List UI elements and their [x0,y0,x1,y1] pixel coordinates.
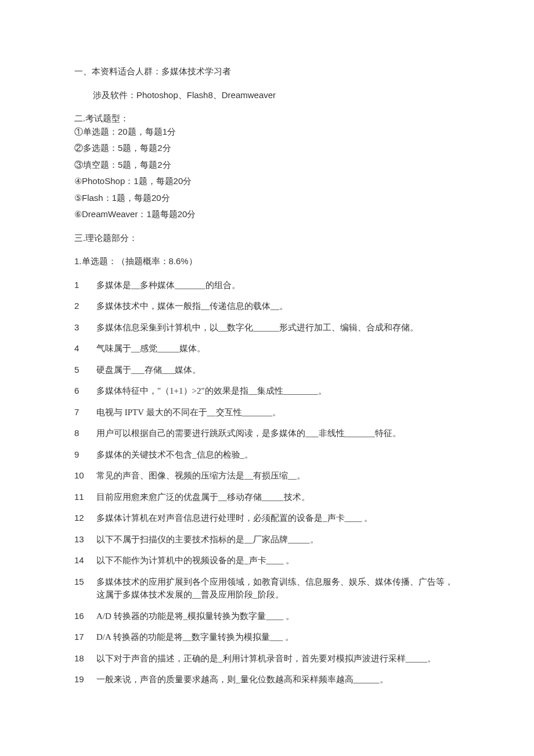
question-number: 1 [74,279,96,292]
question-row: 9多媒体的关键技术不包含_信息的检验_。 [74,448,460,462]
theory-subheading: 1.单选题：（抽题概率：8.6%） [74,255,460,268]
exam-type-section: 二.考试题型： ①单选题：20题，每题1分 ②多选题：5题，每题2分 ③填空题：… [74,112,460,221]
question-text: 一般来说，声音的质量要求越高，则_量化位数越高和采样频率越高______。 [96,673,460,686]
question-text: 多媒体的关键技术不包含_信息的检验_。 [96,448,460,462]
question-row: 18以下对于声音的描述，正确的是_利用计算机录音时，首先要对模拟声波进行采样__… [74,652,460,665]
question-number: 6 [74,384,96,398]
question-row: 19一般来说，声音的质量要求越高，则_量化位数越高和采样频率越高______。 [74,673,460,686]
intro-prefix: 一、本资料适合人群： [74,67,161,76]
question-row: 5硬盘属于___存储___媒体。 [74,363,460,377]
exam-item: ①单选题：20题，每题1分 [74,125,460,139]
question-number: 5 [74,363,96,377]
question-text: 以下不属于扫描仪的主要技术指标的是__厂家品牌_____。 [96,533,460,546]
question-number: 13 [74,533,96,546]
question-row: 3多媒体信息采集到计算机中，以__数字化______形式进行加工、编辑、合成和存… [74,321,460,334]
exam-item: ③填空题：5题，每题2分 [74,159,460,172]
exam-item: ⑥DreamWeaver：1题每题20分 [74,208,460,221]
question-number: 4 [74,342,96,355]
question-row: 17D/A 转换器的功能是将__数字量转换为模拟量___ 。 [74,631,460,644]
exam-item: ⑤Flash：1题，每题20分 [74,192,460,205]
question-row: 7电视与 IPTV 最大的不同在于__交互性_______。 [74,406,460,419]
intro-section: 一、本资料适合人群：多媒体技术学习者 涉及软件：Photoshop、Flash8… [74,65,460,102]
theory-subheading-section: 1.单选题：（抽题概率：8.6%） [74,255,460,268]
question-text: 多媒体技术的应用扩展到各个应用领域，如教育训练、信息服务、娱乐、媒体传播、广告等… [96,575,460,602]
question-text: 多媒体计算机在对声音信息进行处理时，必须配置的设备是_声卡____ 。 [96,512,460,525]
question-number: 2 [74,300,96,313]
question-number: 17 [74,631,96,644]
question-number: 10 [74,469,96,483]
document-page: 一、本资料适合人群：多媒体技术学习者 涉及软件：Photoshop、Flash8… [0,0,534,729]
question-row: 13以下不属于扫描仪的主要技术指标的是__厂家品牌_____。 [74,533,460,546]
question-row: 4气味属于__感觉_____媒体。 [74,342,460,355]
question-text: 电视与 IPTV 最大的不同在于__交互性_______。 [96,406,460,419]
question-row: 6多媒体特征中，"（1+1）>2"的效果是指__集成性________。 [74,384,460,398]
theory-heading: 三.理论题部分： [74,232,460,245]
question-text: 以下不能作为计算机中的视频设备的是_声卡____ 。 [96,554,460,567]
exam-heading: 二.考试题型： [74,112,460,125]
question-number: 12 [74,512,96,525]
exam-item: ②多选题：5题，每题2分 [74,142,460,155]
question-text: 常见的声音、图像、视频的压缩方法是__有损压缩__。 [96,469,460,483]
question-number: 19 [74,673,96,686]
question-text: A/D 转换器的功能是将_模拟量转换为数字量____ 。 [96,610,460,623]
question-text: 硬盘属于___存储___媒体。 [96,363,460,377]
intro-rest: 多媒体技术学习者 [161,67,231,76]
exam-item: ④PhotoShop：1题，每题20分 [74,175,460,188]
question-text: 目前应用愈来愈广泛的优盘属于__移动存储_____技术。 [96,491,460,504]
question-text: 用户可以根据自己的需要进行跳跃式阅读，是多媒体的___非线性_______特征。 [96,427,460,440]
question-row: 14以下不能作为计算机中的视频设备的是_声卡____ 。 [74,554,460,567]
question-row: 16A/D 转换器的功能是将_模拟量转换为数字量____ 。 [74,610,460,623]
question-row: 10常见的声音、图像、视频的压缩方法是__有损压缩__。 [74,469,460,483]
question-text: 多媒体特征中，"（1+1）>2"的效果是指__集成性________。 [96,384,460,398]
question-text: 气味属于__感觉_____媒体。 [96,342,460,355]
question-row: 15多媒体技术的应用扩展到各个应用领域，如教育训练、信息服务、娱乐、媒体传播、广… [74,575,460,602]
question-number: 7 [74,406,96,419]
question-row: 2多媒体技术中，媒体一般指__传递信息的载体__。 [74,300,460,313]
question-number: 9 [74,448,96,462]
question-list: 1多媒体是__多种媒体_______的组合。 2多媒体技术中，媒体一般指__传递… [74,279,460,686]
question-number: 3 [74,321,96,334]
question-text: 以下对于声音的描述，正确的是_利用计算机录音时，首先要对模拟声波进行采样____… [96,652,460,665]
intro-software-list: Photoshop、Flash8、Dreamweaver [136,90,276,100]
intro-software-prefix: 涉及软件： [93,91,136,100]
question-number: 8 [74,427,96,440]
theory-heading-section: 三.理论题部分： [74,232,460,245]
intro-line-1: 一、本资料适合人群：多媒体技术学习者 [74,65,460,78]
intro-line-2: 涉及软件：Photoshop、Flash8、Dreamweaver [74,89,460,102]
question-text: 多媒体是__多种媒体_______的组合。 [96,279,460,292]
question-text: 多媒体信息采集到计算机中，以__数字化______形式进行加工、编辑、合成和存储… [96,321,460,334]
question-text: D/A 转换器的功能是将__数字量转换为模拟量___ 。 [96,631,460,644]
question-row: 8用户可以根据自己的需要进行跳跃式阅读，是多媒体的___非线性_______特征… [74,427,460,440]
question-text: 多媒体技术中，媒体一般指__传递信息的载体__。 [96,300,460,313]
question-row: 1多媒体是__多种媒体_______的组合。 [74,279,460,292]
question-number: 14 [74,554,96,567]
question-row: 11目前应用愈来愈广泛的优盘属于__移动存储_____技术。 [74,491,460,504]
question-number: 18 [74,652,96,665]
question-row: 12多媒体计算机在对声音信息进行处理时，必须配置的设备是_声卡____ 。 [74,512,460,525]
question-number: 16 [74,610,96,623]
question-number: 11 [74,491,96,504]
question-number: 15 [74,575,96,589]
